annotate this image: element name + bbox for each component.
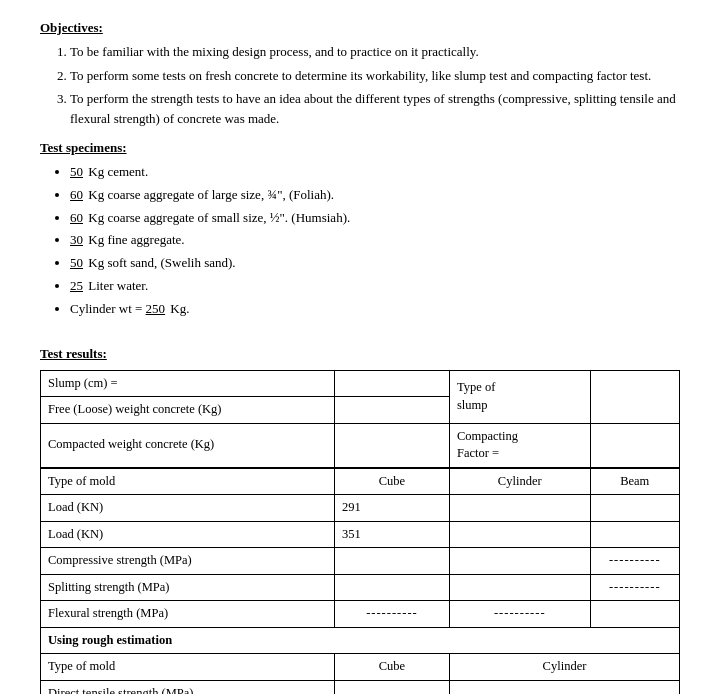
direct-tensile-cube xyxy=(334,680,449,694)
table-row: Load (KN) 291 xyxy=(41,495,680,522)
specimen-coarse-large: 60 Kg coarse aggregate of large size, ¾"… xyxy=(70,185,680,206)
objectives-item-2: To perform some tests on fresh concrete … xyxy=(70,66,680,86)
type-mold-rough-label: Type of mold xyxy=(41,654,335,681)
table-row: Compressive strength (MPa) ---------- xyxy=(41,548,680,575)
using-rough-estimation-row: Using rough estimation xyxy=(41,627,680,654)
objectives-item-1: To be familiar with the mixing design pr… xyxy=(70,42,680,62)
type-mold-beam: Beam xyxy=(590,468,679,495)
load-kn-label-1: Load (KN) xyxy=(41,495,335,522)
free-weight-label: Free (Loose) weight concrete (Kg) xyxy=(41,397,335,424)
type-of-slump: Type ofslump xyxy=(457,379,583,414)
load-kn-cylinder-1 xyxy=(449,495,590,522)
compressive-strength-label: Compressive strength (MPa) xyxy=(41,548,335,575)
table-row: Compacted weight concrete (Kg) Compactin… xyxy=(41,423,680,467)
compacting-factor-value xyxy=(590,423,679,467)
specimen-cement: 50 Kg cement. xyxy=(70,162,680,183)
test-specimens-list: 50 Kg cement. 60 Kg coarse aggregate of … xyxy=(70,162,680,320)
type-slump-value xyxy=(590,370,679,423)
type-mold-cube: Cube xyxy=(334,468,449,495)
specimen-cylinder: Cylinder wt = 250 Kg. xyxy=(70,299,680,320)
test-results-title: Test results: xyxy=(40,346,680,362)
table-row: Type of mold Cube Cylinder Beam xyxy=(41,468,680,495)
slump-compacting-table: Slump (cm) = Type ofslump Free (Loose) w… xyxy=(40,370,680,468)
type-mold-rough-cylinder: Cylinder xyxy=(449,654,679,681)
splitting-strength-cube xyxy=(334,574,449,601)
specimen-coarse-small: 60 Kg coarse aggregate of small size, ½"… xyxy=(70,208,680,229)
flexural-strength-beam xyxy=(590,601,679,628)
load-kn-beam-2 xyxy=(590,521,679,548)
compacted-weight-label: Compacted weight concrete (Kg) xyxy=(41,423,335,467)
splitting-strength-beam: ---------- xyxy=(590,574,679,601)
direct-tensile-label: Direct tensile strength (MPa) xyxy=(41,680,335,694)
table-row: Slump (cm) = Type ofslump xyxy=(41,370,680,397)
table-row: Splitting strength (MPa) ---------- xyxy=(41,574,680,601)
load-kn-cube-1: 291 xyxy=(334,495,449,522)
flexural-strength-label: Flexural strength (MPa) xyxy=(41,601,335,628)
load-kn-cube-2: 351 xyxy=(334,521,449,548)
test-specimens-title: Test specimens: xyxy=(40,140,680,156)
splitting-strength-label: Splitting strength (MPa) xyxy=(41,574,335,601)
type-mold-rough-cube: Cube xyxy=(334,654,449,681)
using-rough-estimation-label: Using rough estimation xyxy=(41,627,680,654)
load-kn-cylinder-2 xyxy=(449,521,590,548)
type-slump-compacting-cell: Type ofslump xyxy=(449,370,590,423)
objectives-title: Objectives: xyxy=(40,20,680,36)
compressive-strength-cube xyxy=(334,548,449,575)
slump-label: Slump (cm) = xyxy=(41,370,335,397)
flexural-strength-cylinder: ---------- xyxy=(449,601,590,628)
objectives-item-3: To perform the strength tests to have an… xyxy=(70,89,680,128)
direct-tensile-cylinder xyxy=(449,680,679,694)
table-row: Load (KN) 351 xyxy=(41,521,680,548)
objectives-list: To be familiar with the mixing design pr… xyxy=(70,42,680,128)
compressive-strength-cylinder xyxy=(449,548,590,575)
type-mold-label: Type of mold xyxy=(41,468,335,495)
free-weight-value xyxy=(334,397,449,424)
flexural-strength-cube: ---------- xyxy=(334,601,449,628)
table-row: Flexural strength (MPa) ---------- -----… xyxy=(41,601,680,628)
compressive-strength-beam: ---------- xyxy=(590,548,679,575)
load-kn-label-2: Load (KN) xyxy=(41,521,335,548)
compacting-factor-label: CompactingFactor = xyxy=(449,423,590,467)
slump-value xyxy=(334,370,449,397)
type-mold-cylinder: Cylinder xyxy=(449,468,590,495)
specimen-water: 25 Liter water. xyxy=(70,276,680,297)
load-kn-beam-1 xyxy=(590,495,679,522)
specimen-fine: 30 Kg fine aggregate. xyxy=(70,230,680,251)
compacted-weight-value xyxy=(334,423,449,467)
splitting-strength-cylinder xyxy=(449,574,590,601)
table-row: Type of mold Cube Cylinder xyxy=(41,654,680,681)
specimen-soft-sand: 50 Kg soft sand, (Swelih sand). xyxy=(70,253,680,274)
strength-results-table: Type of mold Cube Cylinder Beam Load (KN… xyxy=(40,468,680,694)
table-row: Direct tensile strength (MPa) xyxy=(41,680,680,694)
